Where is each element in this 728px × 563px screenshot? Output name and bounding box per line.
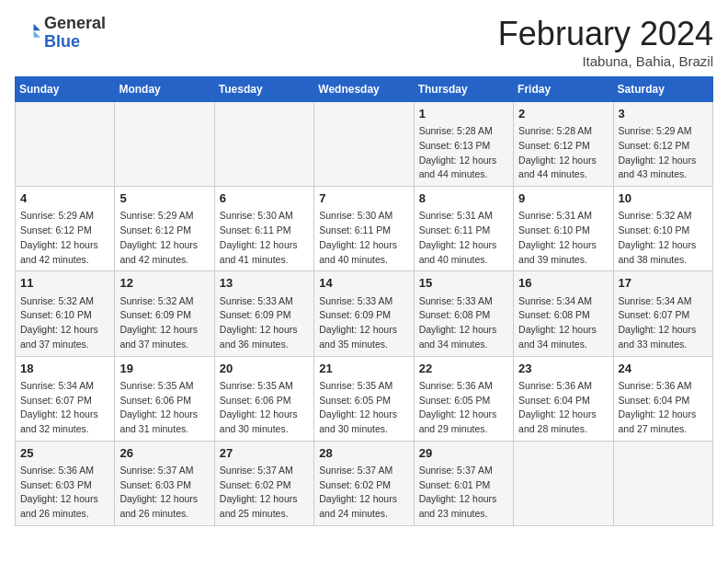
day-number: 23 <box>518 361 608 377</box>
day-info: Sunrise: 5:29 AM Sunset: 6:12 PM Dayligh… <box>619 124 708 182</box>
logo-blue: Blue <box>44 32 80 51</box>
day-info: Sunrise: 5:36 AM Sunset: 6:05 PM Dayligh… <box>419 379 508 437</box>
day-number: 22 <box>419 361 508 377</box>
logo: General Blue <box>15 15 106 52</box>
day-number: 4 <box>20 190 109 207</box>
day-info: Sunrise: 5:33 AM Sunset: 6:08 PM Dayligh… <box>419 294 508 352</box>
svg-marker-1 <box>34 30 40 37</box>
calendar-cell: 27Sunrise: 5:37 AM Sunset: 6:02 PM Dayli… <box>214 441 313 525</box>
day-number: 5 <box>119 190 209 207</box>
location: Itabuna, Bahia, Brazil <box>498 53 713 69</box>
calendar-cell: 1Sunrise: 5:28 AM Sunset: 6:13 PM Daylig… <box>414 102 513 187</box>
day-info: Sunrise: 5:29 AM Sunset: 6:12 PM Dayligh… <box>119 209 209 267</box>
day-number: 24 <box>619 361 708 377</box>
day-info: Sunrise: 5:32 AM Sunset: 6:10 PM Dayligh… <box>619 209 708 267</box>
calendar-cell: 23Sunrise: 5:36 AM Sunset: 6:04 PM Dayli… <box>514 356 613 441</box>
calendar-cell: 4Sunrise: 5:29 AM Sunset: 6:12 PM Daylig… <box>16 187 115 271</box>
day-info: Sunrise: 5:37 AM Sunset: 6:03 PM Dayligh… <box>119 464 209 522</box>
day-info: Sunrise: 5:33 AM Sunset: 6:09 PM Dayligh… <box>220 294 309 352</box>
weekday-header-monday: Monday <box>115 77 214 102</box>
calendar-cell <box>214 102 313 187</box>
day-number: 3 <box>619 106 708 122</box>
calendar-cell: 18Sunrise: 5:34 AM Sunset: 6:07 PM Dayli… <box>16 356 115 441</box>
day-info: Sunrise: 5:31 AM Sunset: 6:11 PM Dayligh… <box>419 209 508 267</box>
logo-text: General Blue <box>44 15 106 52</box>
calendar-week-row: 11Sunrise: 5:32 AM Sunset: 6:10 PM Dayli… <box>16 271 713 356</box>
weekday-header-sunday: Sunday <box>16 77 115 102</box>
calendar-cell: 16Sunrise: 5:34 AM Sunset: 6:08 PM Dayli… <box>514 271 613 356</box>
day-info: Sunrise: 5:37 AM Sunset: 6:01 PM Dayligh… <box>419 464 508 522</box>
day-number: 29 <box>419 445 508 462</box>
day-number: 14 <box>319 275 408 292</box>
weekday-header-thursday: Thursday <box>414 77 513 102</box>
calendar-cell: 11Sunrise: 5:32 AM Sunset: 6:10 PM Dayli… <box>16 271 115 356</box>
calendar-cell: 7Sunrise: 5:30 AM Sunset: 6:11 PM Daylig… <box>314 187 414 271</box>
calendar-cell: 2Sunrise: 5:28 AM Sunset: 6:12 PM Daylig… <box>514 102 613 187</box>
calendar-cell: 25Sunrise: 5:36 AM Sunset: 6:03 PM Dayli… <box>16 441 115 525</box>
calendar-cell: 17Sunrise: 5:34 AM Sunset: 6:07 PM Dayli… <box>613 271 712 356</box>
day-info: Sunrise: 5:35 AM Sunset: 6:06 PM Dayligh… <box>119 379 209 437</box>
calendar-cell: 12Sunrise: 5:32 AM Sunset: 6:09 PM Dayli… <box>115 271 214 356</box>
day-number: 10 <box>619 190 708 207</box>
calendar-cell: 5Sunrise: 5:29 AM Sunset: 6:12 PM Daylig… <box>115 187 214 271</box>
calendar-week-row: 18Sunrise: 5:34 AM Sunset: 6:07 PM Dayli… <box>16 356 713 441</box>
day-number: 9 <box>518 190 608 207</box>
weekday-header-saturday: Saturday <box>613 77 712 102</box>
calendar-cell: 29Sunrise: 5:37 AM Sunset: 6:01 PM Dayli… <box>414 441 513 525</box>
day-info: Sunrise: 5:34 AM Sunset: 6:07 PM Dayligh… <box>20 379 109 437</box>
day-info: Sunrise: 5:33 AM Sunset: 6:09 PM Dayligh… <box>319 294 408 352</box>
calendar-cell: 24Sunrise: 5:36 AM Sunset: 6:04 PM Dayli… <box>613 356 712 441</box>
calendar-cell: 6Sunrise: 5:30 AM Sunset: 6:11 PM Daylig… <box>214 187 313 271</box>
day-info: Sunrise: 5:28 AM Sunset: 6:13 PM Dayligh… <box>419 124 508 182</box>
calendar-cell <box>16 102 115 187</box>
day-number: 17 <box>619 275 708 292</box>
day-info: Sunrise: 5:29 AM Sunset: 6:12 PM Dayligh… <box>20 209 109 267</box>
calendar-cell: 22Sunrise: 5:36 AM Sunset: 6:05 PM Dayli… <box>414 356 513 441</box>
day-number: 11 <box>20 275 109 292</box>
day-info: Sunrise: 5:31 AM Sunset: 6:10 PM Dayligh… <box>518 209 608 267</box>
calendar-cell <box>514 441 613 525</box>
day-number: 25 <box>20 445 109 462</box>
calendar-cell <box>314 102 414 187</box>
day-info: Sunrise: 5:30 AM Sunset: 6:11 PM Dayligh… <box>220 209 309 267</box>
calendar-cell: 28Sunrise: 5:37 AM Sunset: 6:02 PM Dayli… <box>314 441 414 525</box>
day-number: 18 <box>20 361 109 377</box>
day-info: Sunrise: 5:34 AM Sunset: 6:07 PM Dayligh… <box>619 294 708 352</box>
day-info: Sunrise: 5:28 AM Sunset: 6:12 PM Dayligh… <box>518 124 608 182</box>
day-number: 21 <box>319 361 408 377</box>
calendar-cell <box>613 441 712 525</box>
page-header: General Blue February 2024 Itabuna, Bahi… <box>15 15 713 69</box>
day-info: Sunrise: 5:32 AM Sunset: 6:09 PM Dayligh… <box>119 294 209 352</box>
calendar-week-row: 4Sunrise: 5:29 AM Sunset: 6:12 PM Daylig… <box>16 187 713 271</box>
weekday-header-tuesday: Tuesday <box>214 77 313 102</box>
day-number: 2 <box>518 106 608 122</box>
logo-icon <box>15 20 40 46</box>
day-info: Sunrise: 5:36 AM Sunset: 6:04 PM Dayligh… <box>518 379 608 437</box>
weekday-header-row: SundayMondayTuesdayWednesdayThursdayFrid… <box>16 77 713 102</box>
weekday-header-friday: Friday <box>514 77 613 102</box>
calendar-cell: 14Sunrise: 5:33 AM Sunset: 6:09 PM Dayli… <box>314 271 414 356</box>
day-number: 28 <box>319 445 408 462</box>
day-number: 16 <box>518 275 608 292</box>
day-number: 27 <box>220 445 309 462</box>
calendar-cell: 9Sunrise: 5:31 AM Sunset: 6:10 PM Daylig… <box>514 187 613 271</box>
calendar-cell: 20Sunrise: 5:35 AM Sunset: 6:06 PM Dayli… <box>214 356 313 441</box>
calendar-cell: 26Sunrise: 5:37 AM Sunset: 6:03 PM Dayli… <box>115 441 214 525</box>
calendar-week-row: 1Sunrise: 5:28 AM Sunset: 6:13 PM Daylig… <box>16 102 713 187</box>
day-number: 26 <box>119 445 209 462</box>
day-number: 20 <box>220 361 309 377</box>
weekday-header-wednesday: Wednesday <box>314 77 414 102</box>
calendar-cell: 13Sunrise: 5:33 AM Sunset: 6:09 PM Dayli… <box>214 271 313 356</box>
day-info: Sunrise: 5:34 AM Sunset: 6:08 PM Dayligh… <box>518 294 608 352</box>
day-info: Sunrise: 5:32 AM Sunset: 6:10 PM Dayligh… <box>20 294 109 352</box>
day-number: 7 <box>319 190 408 207</box>
day-number: 19 <box>119 361 209 377</box>
day-number: 1 <box>419 106 508 122</box>
calendar-table: SundayMondayTuesdayWednesdayThursdayFrid… <box>15 76 713 526</box>
day-info: Sunrise: 5:36 AM Sunset: 6:03 PM Dayligh… <box>20 464 109 522</box>
calendar-cell: 15Sunrise: 5:33 AM Sunset: 6:08 PM Dayli… <box>414 271 513 356</box>
month-title: February 2024 <box>498 15 713 53</box>
day-info: Sunrise: 5:37 AM Sunset: 6:02 PM Dayligh… <box>220 464 309 522</box>
day-info: Sunrise: 5:37 AM Sunset: 6:02 PM Dayligh… <box>319 464 408 522</box>
calendar-week-row: 25Sunrise: 5:36 AM Sunset: 6:03 PM Dayli… <box>16 441 713 525</box>
